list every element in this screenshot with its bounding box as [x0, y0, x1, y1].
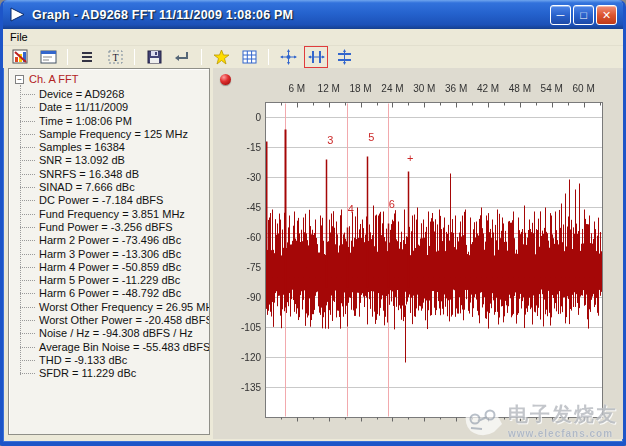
tree-root-label: Ch. A FFT	[29, 73, 79, 85]
save-button[interactable]	[143, 47, 165, 67]
titlebar: Graph - AD9268 FFT 11/11/2009 1:08:06 PM…	[3, 0, 623, 29]
tree-item[interactable]: Harm 2 Power = -73.496 dBc	[26, 234, 208, 247]
harmonic-marker-3: 3	[327, 134, 333, 146]
harmonic-marker-6: 6	[389, 198, 395, 210]
menubar: File	[3, 29, 623, 46]
fft-chart-panel: 6 M12 M18 M24 M30 M36 M42 M48 M54 M60 M0…	[213, 68, 626, 439]
tree-item[interactable]: SFDR = 11.229 dBc	[26, 367, 208, 380]
y-axis-tick-label: -45	[217, 202, 261, 213]
grid-icon	[241, 49, 258, 65]
x-axis-tick-label: 30 M	[413, 83, 435, 94]
y-axis-tick-label: -30	[217, 172, 261, 183]
text-tool-icon: T	[107, 49, 124, 65]
toolbar: T	[3, 46, 623, 68]
tree-item[interactable]: Worst Other Power = -20.458 dBFS	[26, 314, 208, 327]
x-axis-tick-label: 60 M	[572, 83, 594, 94]
legend-icon	[79, 49, 96, 65]
x-axis-tick-label: 42 M	[477, 83, 499, 94]
tree-item[interactable]: Harm 5 Power = -11.229 dBc	[26, 274, 208, 287]
fit-x-button[interactable]	[305, 47, 327, 67]
y-axis-tick-label: -15	[217, 142, 261, 153]
y-axis-tick-label: -105	[217, 322, 261, 333]
x-axis-tick-label: 18 M	[349, 83, 371, 94]
tree-item[interactable]: Average Bin Noise = -55.483 dBFS	[26, 341, 208, 354]
toolbar-separator	[201, 49, 202, 65]
form-settings-icon	[40, 49, 57, 65]
y-axis-tick-label: -135	[217, 382, 261, 393]
tree-item[interactable]: Device = AD9268	[26, 88, 208, 101]
app-window: Graph - AD9268 FFT 11/11/2009 1:08:06 PM…	[0, 0, 626, 446]
x-axis-tick-label: 24 M	[381, 83, 403, 94]
menu-file[interactable]: File	[3, 30, 35, 44]
fft-results-tree: − Ch. A FFT Device = AD9268Date = 11/11/…	[8, 68, 210, 435]
tree-root-node[interactable]: − Ch. A FFT	[15, 73, 79, 85]
legend-button[interactable]	[76, 47, 98, 67]
collapse-icon[interactable]: −	[15, 75, 24, 84]
tree-item[interactable]: Harm 4 Power = -50.859 dBc	[26, 261, 208, 274]
form-settings-button[interactable]	[37, 47, 59, 67]
tree-item-list: Device = AD9268Date = 11/11/2009Time = 1…	[26, 88, 208, 381]
y-axis-tick-label: -60	[217, 232, 261, 243]
new-annotation-icon	[213, 49, 230, 65]
y-axis-tick-label: -90	[217, 292, 261, 303]
fit-y-button[interactable]	[333, 47, 355, 67]
wizard-icon	[12, 49, 29, 65]
toolbar-separator	[268, 49, 269, 65]
tree-item[interactable]: THD = -9.133 dBc	[26, 354, 208, 367]
tree-item[interactable]: SINAD = 7.666 dBc	[26, 181, 208, 194]
app-icon	[9, 7, 26, 22]
x-axis-tick-label: 48 M	[509, 83, 531, 94]
close-button[interactable]: ✕	[596, 5, 617, 25]
wizard-button[interactable]	[9, 47, 31, 67]
harmonic-marker-5: 5	[368, 131, 374, 143]
window-title: Graph - AD9268 FFT 11/11/2009 1:08:06 PM	[32, 8, 550, 22]
fit-x-icon	[308, 49, 325, 65]
tree-item[interactable]: Fund Frequency = 3.851 MHz	[26, 208, 208, 221]
x-axis-tick-label: 54 M	[541, 83, 563, 94]
import-button[interactable]	[171, 47, 193, 67]
toolbar-separator	[134, 49, 135, 65]
harmonic-marker-4: 4	[348, 203, 354, 215]
y-axis-tick-label: -120	[217, 352, 261, 363]
fit-y-icon	[336, 49, 353, 65]
save-icon	[146, 49, 163, 65]
x-axis-tick-label: 6 M	[289, 83, 306, 94]
tree-item[interactable]: Fund Power = -3.256 dBFS	[26, 221, 208, 234]
tree-item[interactable]: Harm 6 Power = -48.792 dBc	[26, 287, 208, 300]
tree-item[interactable]: Time = 1:08:06 PM	[26, 115, 208, 128]
svg-text:T: T	[112, 52, 118, 63]
fit-both-icon	[280, 49, 297, 65]
tree-item[interactable]: DC Power = -7.184 dBFS	[26, 194, 208, 207]
toolbar-separator	[67, 49, 68, 65]
tree-item[interactable]: Sample Frequency = 125 MHz	[26, 128, 208, 141]
tree-item[interactable]: Date = 11/11/2009	[26, 101, 208, 114]
import-icon	[174, 49, 191, 65]
tree-item[interactable]: SNR = 13.092 dB	[26, 154, 208, 167]
new-annotation-button[interactable]	[210, 47, 232, 67]
tree-item[interactable]: Worst Other Frequency = 26.95 MHz	[26, 301, 208, 314]
worst-other-marker: +	[407, 152, 413, 164]
y-axis-tick-label: 0	[217, 112, 261, 123]
text-tool-button[interactable]: T	[104, 47, 126, 67]
fit-both-button[interactable]	[277, 47, 299, 67]
tree-item[interactable]: Harm 3 Power = -13.306 dBc	[26, 248, 208, 261]
tree-item[interactable]: Samples = 16384	[26, 141, 208, 154]
y-axis-tick-label: -75	[217, 262, 261, 273]
x-axis-tick-label: 12 M	[318, 83, 340, 94]
x-axis-tick-label: 36 M	[445, 83, 467, 94]
tree-item[interactable]: Noise / Hz = -94.308 dBFS / Hz	[26, 327, 208, 340]
maximize-button[interactable]: □	[573, 5, 594, 25]
minimize-button[interactable]: ─	[550, 5, 571, 25]
tree-item[interactable]: SNRFS = 16.348 dB	[26, 168, 208, 181]
grid-button[interactable]	[238, 47, 260, 67]
fft-plot[interactable]	[213, 68, 626, 439]
